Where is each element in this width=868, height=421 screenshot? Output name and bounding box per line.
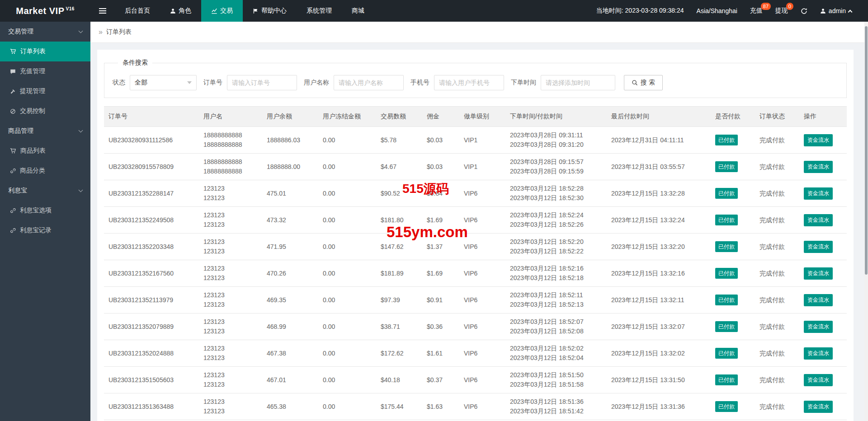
cell-amount: $40.18: [376, 367, 422, 393]
cell-order-no: UB2303121352113979: [104, 287, 199, 313]
order-time-label: 下单时间: [511, 79, 536, 87]
sidebar-item-product-list[interactable]: 商品列表: [0, 141, 90, 161]
flag-icon: [253, 8, 259, 14]
order-time-input[interactable]: [541, 75, 615, 90]
recharge-link[interactable]: 充值 87: [750, 7, 763, 15]
fund-flow-button[interactable]: 资金流水: [804, 321, 833, 333]
withdraw-link[interactable]: 提现 0: [775, 7, 788, 15]
cell-username: 123123123123: [199, 340, 262, 367]
navbar-right: 当地时间: 2023-03-28 09:38:24 Asia/Shanghai …: [596, 0, 868, 22]
fund-flow-button[interactable]: 资金流水: [804, 134, 833, 146]
fund-flow-button[interactable]: 资金流水: [804, 241, 833, 253]
cell-status: 完成付款: [755, 313, 799, 340]
top-navbar: Market VIPV16 后台首页角色交易帮助中心系统管理商城 当地时间: 2…: [0, 0, 868, 22]
cell-level: VIP6: [459, 340, 505, 367]
cell-order-no: UB2303121351505603: [104, 367, 199, 393]
cell-commission: $1.37: [422, 234, 459, 260]
paid-badge: 已付款: [715, 135, 738, 145]
user-menu[interactable]: admin: [820, 7, 852, 14]
chevron-down-icon: [79, 187, 83, 192]
cell-order-pay-time: 2023年03月12日 18:51:502023年03月12日 18:51:58: [505, 367, 607, 393]
top-menu-item-dashboard[interactable]: 后台首页: [115, 0, 160, 22]
cell-balance: 470.26: [262, 260, 318, 287]
fund-flow-button[interactable]: 资金流水: [804, 214, 833, 226]
cell-balance: 1888886.03: [262, 127, 318, 154]
order-row: UB2303121352113979123123123123469.350.00…: [104, 287, 847, 313]
cell-order-pay-time: 2023年03月12日 18:52:022023年03月12日 18:52:04: [505, 340, 607, 367]
sidebar-group-trade-management[interactable]: 交易管理: [0, 22, 90, 42]
cell-order-pay-time: 2023年03月12日 18:52:242023年03月12日 18:52:26: [505, 207, 607, 234]
menu-toggle[interactable]: [90, 0, 115, 22]
cell-amount: $172.62: [376, 340, 422, 367]
cell-order-no: UB2303121352249508: [104, 207, 199, 234]
cell-last-pay-time: 2023年12月15日 13:32:11: [607, 287, 711, 313]
breadcrumb: » 订单列表: [90, 22, 868, 43]
sidebar-item-trade-control[interactable]: 交易控制: [0, 101, 90, 121]
cell-username: 123123123123: [199, 207, 262, 234]
chevron-down-icon: [79, 28, 83, 33]
status-select[interactable]: 全部: [130, 75, 197, 90]
column-header: 佣金: [422, 107, 459, 127]
fund-flow-button[interactable]: 资金流水: [804, 161, 833, 173]
fund-flow-button[interactable]: 资金流水: [804, 347, 833, 360]
fund-flow-button[interactable]: 资金流水: [804, 374, 833, 386]
top-menu: 后台首页角色交易帮助中心系统管理商城: [115, 0, 374, 22]
cell-level: VIP6: [459, 207, 505, 234]
top-menu-item-mall[interactable]: 商城: [342, 0, 374, 22]
fund-flow-button[interactable]: 资金流水: [804, 187, 833, 200]
fund-flow-button[interactable]: 资金流水: [804, 294, 833, 306]
cell-amount: $181.89: [376, 260, 422, 287]
chevron-down-icon: [79, 128, 83, 132]
search-panel: 条件搜索 状态 全部 订单号 用户名称 手: [104, 59, 847, 98]
local-time: 当地时间: 2023-03-28 09:38:24: [596, 7, 684, 15]
order-time-filter-group: 下单时间: [511, 75, 615, 90]
cell-level: VIP6: [459, 367, 505, 393]
top-menu-item-roles[interactable]: 角色: [160, 0, 201, 22]
cell-commission: $1.69: [422, 207, 459, 234]
paid-badge: 已付款: [715, 241, 738, 252]
orders-head-row: 订单号用户名用户余额用户冻结金额交易数额佣金做单级别下单时间/付款时间最后付款时…: [104, 107, 847, 127]
sidebar-item-interest-records[interactable]: 利息宝记录: [0, 220, 90, 240]
phone-input[interactable]: [434, 75, 504, 90]
search-button[interactable]: 搜 索: [624, 75, 663, 90]
paid-badge: 已付款: [715, 348, 738, 359]
top-menu-item-system[interactable]: 系统管理: [297, 0, 342, 22]
cell-frozen: 0.00: [318, 180, 376, 207]
order-row: UB2303121352288147123123123123475.010.00…: [104, 180, 847, 207]
paid-badge: 已付款: [715, 215, 738, 225]
sidebar-group-product-management[interactable]: 商品管理: [0, 121, 90, 141]
link-icon: [10, 168, 16, 174]
username-input[interactable]: [334, 75, 404, 90]
fund-flow-button[interactable]: 资金流水: [804, 267, 833, 280]
order-no-input[interactable]: [227, 75, 297, 90]
refresh-icon[interactable]: [801, 8, 807, 14]
cell-balance: 467.38: [262, 340, 318, 367]
cell-order-pay-time: 2023年03月12日 18:51:362023年03月12日 18:51:42: [505, 393, 607, 420]
content-card: 条件搜索 状态 全部 订单号 用户名称 手: [97, 50, 854, 421]
cell-status: 完成付款: [755, 207, 799, 234]
cell-frozen: 0.00: [318, 154, 376, 180]
search-row: 状态 全部 订单号 用户名称 手机号: [113, 75, 838, 90]
scrollbar-thumb[interactable]: [865, 26, 868, 275]
cell-balance: 471.95: [262, 234, 318, 260]
sidebar-item-product-category[interactable]: 商品分类: [0, 161, 90, 181]
vertical-scrollbar[interactable]: [864, 22, 868, 421]
top-menu-item-help-center[interactable]: 帮助中心: [243, 0, 297, 22]
status-filter-group: 状态 全部: [113, 75, 197, 90]
top-menu-item-trade[interactable]: 交易: [201, 0, 243, 22]
fund-flow-button[interactable]: 资金流水: [804, 401, 833, 413]
cell-username: 123123123123: [199, 393, 262, 420]
timezone[interactable]: Asia/Shanghai: [697, 7, 737, 14]
cell-frozen: 0.00: [318, 234, 376, 260]
order-row: UB2303121351363488123123123123465.380.00…: [104, 393, 847, 420]
sidebar-item-withdraw-management[interactable]: 提现管理: [0, 81, 90, 101]
cell-status: 完成付款: [755, 260, 799, 287]
column-header: 订单状态: [755, 107, 799, 127]
sidebar-item-interest-options[interactable]: 利息宝选项: [0, 201, 90, 220]
sidebar-item-recharge-management[interactable]: 充值管理: [0, 61, 90, 81]
sidebar-group-interest-treasure[interactable]: 利息宝: [0, 181, 90, 201]
search-icon: [632, 80, 638, 86]
sidebar-item-order-list[interactable]: 订单列表: [0, 42, 90, 61]
paid-badge: 已付款: [715, 161, 738, 172]
order-no-label: 订单号: [203, 79, 222, 87]
